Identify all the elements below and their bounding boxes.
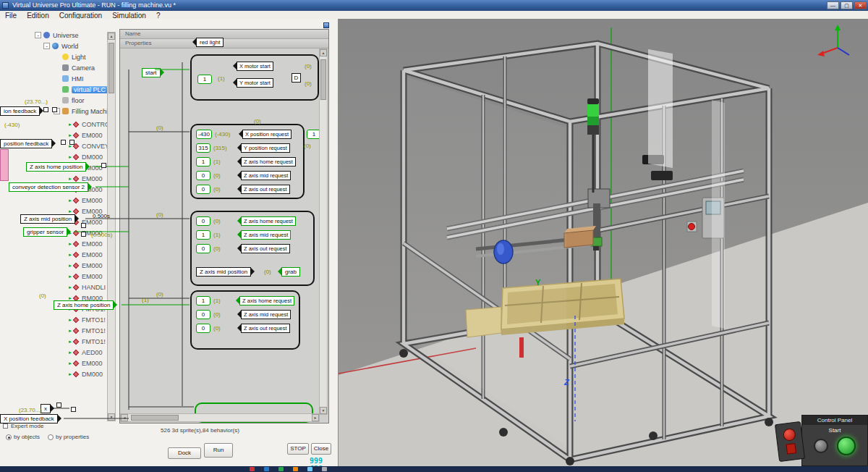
wire-node[interactable] (81, 223, 86, 228)
tree-node-camera[interactable]: Camera (62, 64, 95, 74)
tree-child-row[interactable]: ►FMTO1! (0, 315, 119, 326)
tree-node-virtual-plc[interactable]: virtual PLC (62, 86, 108, 96)
output-tag[interactable]: Z axis home request (239, 296, 294, 305)
delay-block[interactable]: D (292, 73, 301, 83)
output-tag[interactable]: Z axis mid request (241, 171, 291, 180)
tree-node-light[interactable]: Light (62, 54, 86, 63)
output-tag-y-motor[interactable]: Y motor start (237, 78, 273, 88)
tree-node-hmi[interactable]: HMI (62, 75, 84, 85)
panel-icon[interactable] (323, 22, 329, 28)
wire-node[interactable] (69, 140, 75, 145)
output-tag[interactable]: Z axis mid request (241, 230, 291, 240)
flow-tag-gripper-sensor[interactable]: gripper sensor (23, 227, 67, 237)
tree-child-row[interactable]: ►EM000 (0, 239, 119, 250)
scroll-down-icon[interactable]: ▼ (108, 413, 115, 421)
tree-child-row[interactable]: ►FMTO1! (0, 337, 119, 347)
wire-node[interactable] (81, 232, 86, 237)
output-tag[interactable]: Z axis home request (241, 157, 296, 167)
close-button[interactable]: ✕ (854, 1, 867, 9)
wire-node[interactable] (61, 140, 66, 145)
titlebar[interactable]: Virtual Universe Pro Ultimate - RUN - fi… (0, 0, 868, 11)
flow-tag-start[interactable]: start (142, 68, 161, 77)
input-value[interactable]: 0 (196, 310, 210, 319)
output-tag-x-motor[interactable]: X motor start (237, 62, 273, 71)
scrollbar-thumb[interactable] (320, 59, 326, 100)
taskbar-icon[interactable] (322, 467, 327, 471)
flow-tag-conveyor-sensor[interactable]: conveyor detection sensor 2 (9, 182, 88, 192)
tree-child-row[interactable]: ►EM000 (0, 250, 119, 261)
emergency-stop-button[interactable] (783, 428, 796, 442)
taskbar-icon[interactable] (264, 467, 269, 471)
tree-scrollbar[interactable]: ▲ ▼ (107, 32, 116, 421)
by-objects-radio[interactable] (6, 434, 12, 440)
tree-node-universe[interactable]: -Universe (35, 32, 79, 41)
editor-vscrollbar[interactable]: ▲ ▼ (319, 49, 328, 415)
run-button[interactable]: Run (204, 443, 233, 458)
tree-child-row[interactable]: ►EM000 (0, 261, 119, 271)
flow-tag-z-mid-position[interactable]: Z axis mid position (196, 267, 251, 277)
scroll-up-icon[interactable]: ▲ (108, 33, 115, 40)
minimize-button[interactable]: — (827, 1, 839, 9)
tree-child-row[interactable]: ►DM000 (0, 369, 119, 380)
expert-mode-checkbox[interactable] (3, 423, 8, 429)
emergency-stop-device[interactable] (775, 421, 805, 462)
flow-tag-position-feedback[interactable]: ion feedback (0, 106, 40, 116)
dock-button[interactable]: Dock (168, 447, 201, 459)
flow-tag-x[interactable]: x (41, 404, 51, 413)
stop-round-button[interactable] (814, 439, 828, 453)
output-tag[interactable]: Z axis mid request (241, 310, 291, 319)
tree-child-row[interactable]: ►HANDLI (0, 282, 119, 293)
input-value[interactable]: -430 (196, 130, 212, 139)
tree-node-floor[interactable]: floor (62, 97, 85, 106)
input-value[interactable]: 1 (196, 296, 210, 305)
tree-child-row[interactable]: ►DM000 (0, 152, 119, 163)
taskbar-icon[interactable] (250, 467, 255, 471)
input-value[interactable]: 0 (196, 324, 210, 333)
flow-tag-red-light[interactable]: red light (196, 38, 224, 47)
input-value[interactable]: 0 (196, 171, 210, 180)
taskbar-icon[interactable] (307, 467, 312, 471)
flow-tag-z-mid-position-left[interactable]: Z axis mid position (20, 214, 75, 224)
by-properties-radio[interactable] (48, 434, 54, 440)
stop-button[interactable]: STOP (287, 443, 309, 455)
input-value[interactable]: 0 (196, 244, 210, 253)
input-value[interactable]: 1 (197, 75, 212, 84)
taskbar[interactable] (0, 466, 868, 472)
tree-child-row[interactable]: ►EM000 (0, 195, 119, 206)
output-tag[interactable]: Z axis out request (241, 324, 290, 333)
tree-child-row[interactable]: ►EM000 (0, 271, 119, 282)
input-value[interactable]: 1 (196, 157, 210, 167)
maximize-button[interactable]: ▢ (841, 1, 853, 9)
wire-node[interactable] (43, 107, 48, 112)
tree-node-filling-machine[interactable]: -Filling Machine (54, 108, 115, 117)
taskbar-icon[interactable] (293, 467, 298, 471)
tree-node-world[interactable]: -World (43, 43, 78, 52)
input-value[interactable]: 0 (196, 216, 210, 226)
control-panel-title[interactable]: Control Panel (802, 416, 867, 425)
start-round-button[interactable] (837, 437, 856, 455)
scroll-right-icon[interactable]: ► (312, 414, 319, 421)
tree-child-row[interactable]: ►AED00 (0, 347, 119, 358)
flow-tag-grab[interactable]: grab (281, 267, 300, 277)
input-value[interactable]: 1 (196, 230, 210, 240)
scroll-up-icon[interactable]: ▲ (320, 49, 327, 56)
output-tag[interactable]: Z axis home request (241, 216, 296, 226)
flow-tag-position-feedback-2[interactable]: position feedback (0, 139, 52, 148)
tree-child-row[interactable]: ►FMTO1! (0, 326, 119, 337)
scrollbar-thumb[interactable] (131, 415, 179, 421)
wire-node[interactable] (101, 163, 106, 168)
output-tag[interactable]: Y position request (241, 143, 290, 153)
taskbar-icon[interactable] (278, 467, 284, 471)
tree-child-row[interactable]: ►EM000 (0, 358, 119, 369)
scroll-down-icon[interactable]: ▼ (320, 407, 327, 414)
pink-vertical-tag[interactable] (0, 149, 9, 181)
flow-tag-z-home-position[interactable]: Z axis home position (26, 162, 86, 172)
collapse-icon[interactable]: - (35, 32, 41, 38)
wire-node[interactable] (52, 107, 57, 112)
scroll-left-icon[interactable]: ◄ (121, 414, 128, 421)
3d-viewport[interactable]: Y Z Control Panel Start (339, 19, 868, 466)
output-tag[interactable]: Z axis out request (241, 244, 290, 253)
flow-tag-z-home-position-2[interactable]: Z axis home position (54, 300, 114, 310)
output-tag[interactable]: Z axis out request (241, 185, 290, 194)
collapse-icon[interactable]: - (43, 43, 50, 49)
